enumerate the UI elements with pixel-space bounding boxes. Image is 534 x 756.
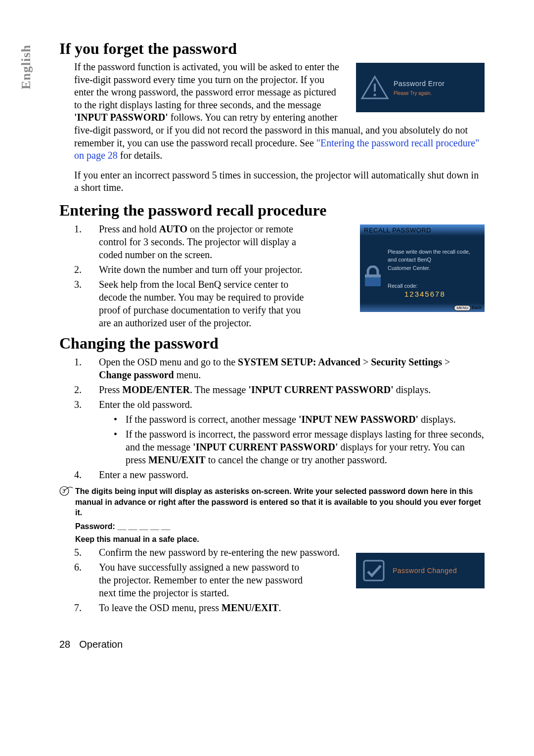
text-bold: AUTO (159, 223, 187, 234)
text: . (279, 602, 281, 613)
text: If the password function is activated, y… (74, 61, 339, 110)
svg-rect-4 (365, 274, 381, 277)
text: displays. (418, 414, 456, 425)
svg-text:3: 3 (62, 489, 65, 494)
recall-step-3: Seek help from the local BenQ service ce… (74, 278, 307, 329)
lock-icon (363, 266, 383, 288)
forget-paragraph-2: If you enter an incorrect password 5 tim… (74, 169, 485, 194)
svg-point-2 (374, 94, 376, 96)
recall-msg-3: Customer Center. (388, 264, 480, 272)
note-password-blanks: Password: __ __ __ __ __ (75, 522, 485, 531)
recall-code-value: 12345678 (404, 290, 480, 298)
page-footer: 28Operation (59, 639, 485, 650)
footer-section: Operation (79, 639, 123, 650)
text-bold: Change password (99, 369, 174, 380)
note-block: 3 The digits being input will display as… (59, 486, 485, 518)
text-bold: 'INPUT NEW PASSWORD' (299, 414, 418, 425)
note-text-main: The digits being input will display as a… (75, 486, 485, 518)
menu-pill: MENU (454, 305, 471, 311)
text: If the password is correct, another mess… (126, 414, 299, 425)
text: displays. (394, 384, 431, 395)
recall-msg-2: and contact BenQ (388, 256, 480, 264)
change-step-2: Press MODE/ENTER. The message 'INPUT CUR… (74, 383, 485, 396)
text-bold: MODE/ENTER (122, 384, 190, 395)
text: > (442, 356, 450, 367)
recall-step-1: Press and hold AUTO on the projector or … (74, 222, 307, 261)
page-number: 28 (59, 639, 70, 650)
recall-header: RECALL PASSWORD (360, 224, 485, 236)
error-sub: Please Try again. (394, 90, 445, 96)
note-keep-manual: Keep this manual in a safe place. (75, 535, 485, 544)
change-step-6: You have successfully assigned a new pas… (74, 561, 312, 599)
text: Press (99, 384, 122, 395)
change-step-1: Open the OSD menu and go to the SYSTEM S… (74, 356, 485, 381)
password-changed-text: Password Changed (393, 567, 457, 575)
text-bold: MENU/EXIT (148, 454, 206, 465)
text-bold: MENU/EXIT (222, 602, 279, 613)
change-step-3-bullet-1: If the password is correct, another mess… (114, 413, 485, 426)
change-step-3-bullet-2: If the password is incorrect, the passwo… (114, 428, 485, 466)
warning-triangle-icon (360, 73, 390, 102)
change-step-7: To leave the OSD menu, press MENU/EXIT. (74, 601, 485, 614)
text-bold: SYSTEM SETUP: Advanced (238, 356, 360, 367)
text-bold: 'INPUT CURRENT PASSWORD' (193, 442, 338, 452)
checkmark-icon (362, 559, 386, 582)
change-step-4: Enter a new password. (74, 468, 485, 481)
recall-code-label: Recall code: (388, 283, 480, 289)
heading-recall-procedure: Entering the password recall procedure (59, 201, 485, 220)
text: Open the OSD menu and go to the (99, 356, 238, 367)
text: to cancel the change or try another pass… (206, 454, 387, 465)
recall-msg-1: Please write down the recall code, (388, 248, 480, 256)
change-step-3: Enter the old password. If the password … (74, 398, 485, 466)
text: for details. (118, 150, 163, 161)
text-bold: 'INPUT PASSWORD' (74, 112, 168, 123)
language-tab: English (19, 44, 34, 89)
recall-footer: MENUBack (360, 303, 485, 312)
error-title: Password Error (394, 80, 445, 88)
change-step-5: Confirm the new password by re-entering … (74, 546, 485, 559)
text: . The message (190, 384, 249, 395)
svg-rect-7 (364, 561, 384, 580)
text: > (360, 356, 371, 367)
note-icon: 3 (59, 486, 73, 518)
text: Press and hold (99, 223, 159, 234)
recall-password-screenshot: RECALL PASSWORD Please write down the re… (360, 224, 485, 312)
text-bold: 'INPUT CURRENT PASSWORD' (248, 384, 393, 395)
heading-forget-password: If you forget the password (59, 40, 485, 58)
back-label: Back (472, 305, 482, 310)
recall-step-2: Write down the number and turn off your … (74, 263, 307, 276)
password-error-screenshot: Password Error Please Try again. (356, 63, 485, 112)
text: menu. (174, 369, 201, 380)
text: To leave the OSD menu, press (99, 602, 222, 613)
heading-changing-password: Changing the password (59, 334, 485, 353)
recall-steps: Press and hold AUTO on the projector or … (59, 222, 307, 329)
text-bold: Security Settings (371, 356, 442, 367)
text: Enter the old password. (99, 399, 192, 410)
change-steps-1to3: Open the OSD menu and go to the SYSTEM S… (59, 356, 485, 481)
